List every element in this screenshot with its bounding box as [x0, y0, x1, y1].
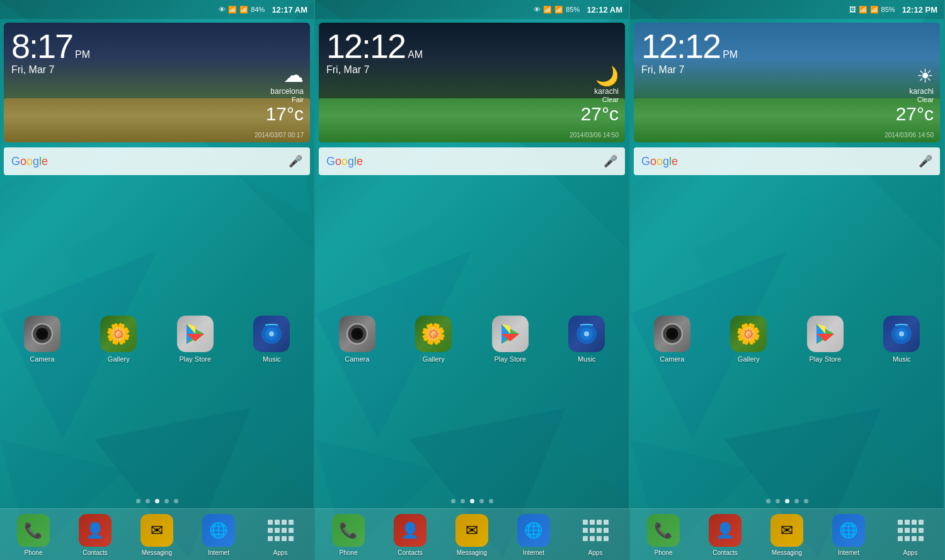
page-dots-1 [0, 494, 314, 508]
messaging-label-2: Messaging [457, 549, 487, 556]
svg-point-28 [584, 331, 589, 336]
dot-1-4[interactable] [164, 499, 169, 503]
search-bar-2[interactable]: Google 🎤 [319, 147, 625, 175]
contacts-icon-3: 👤 [709, 514, 742, 547]
search-bar-3[interactable]: Google 🎤 [634, 147, 940, 175]
dot-1-1[interactable] [136, 499, 140, 503]
search-bar-1[interactable]: Google 🎤 [4, 147, 310, 175]
music-label-3: Music [893, 355, 911, 363]
weather-content-3: 12:12 PM Fri, Mar 7 [634, 23, 940, 82]
dock-3: 📞 Phone 👤 Contacts ✉ Messaging 🌐 Interne… [630, 508, 944, 560]
dock-2: 📞 Phone 👤 Contacts ✉ Messaging 🌐 Interne… [315, 508, 629, 560]
app-music-2[interactable]: Music [553, 316, 621, 363]
dot-3-3[interactable] [785, 499, 789, 503]
dock-internet-3[interactable]: 🌐 Internet [821, 514, 876, 556]
dock-contacts-1[interactable]: 👤 Contacts [67, 514, 123, 556]
dock-apps-3[interactable]: Apps [883, 514, 938, 556]
weather-ampm-1: PM [75, 49, 90, 60]
app-camera-2[interactable]: Camera [323, 316, 391, 363]
dot-2-3[interactable] [470, 499, 474, 503]
camera-lens-1 [32, 323, 53, 345]
music-svg-3 [890, 323, 913, 345]
status-icons-3: 🖼 📶 📶 85% [849, 6, 895, 14]
gallery-icon-3: 🌼 [730, 316, 767, 352]
dock-messaging-1[interactable]: ✉ Messaging [129, 514, 185, 556]
status-time-1: 12:17 AM [272, 5, 307, 14]
app-camera-3[interactable]: Camera [638, 316, 706, 363]
weather-widget-1[interactable]: 8:17 PM Fri, Mar 7 ☁ barcelona Fair 17°c… [4, 23, 310, 142]
weather-widget-3[interactable]: 12:12 PM Fri, Mar 7 ☀ karachi Clear 27°c… [634, 23, 940, 142]
weather-temp-val-1: 17°c [266, 103, 304, 125]
dock-internet-1[interactable]: 🌐 Internet [191, 514, 246, 556]
weather-temp-val-2: 27°c [581, 103, 619, 125]
google-logo-3: Google [641, 155, 919, 168]
contacts-label-1: Contacts [83, 549, 107, 556]
mic-icon-1[interactable]: 🎤 [289, 154, 302, 168]
app-gallery-1[interactable]: 🌼 Gallery [85, 316, 152, 363]
playstore-icon-1 [177, 316, 214, 352]
dock-messaging-2[interactable]: ✉ Messaging [444, 514, 500, 556]
dot-3-5[interactable] [804, 499, 808, 503]
apps-icon-3 [894, 514, 927, 547]
weather-widget-2[interactable]: 12:12 AM Fri, Mar 7 🌙 karachi Clear 27°c… [319, 23, 625, 142]
weather-time-2: 12:12 [326, 29, 405, 63]
app-camera-1[interactable]: Camera [8, 316, 76, 363]
dot-2-2[interactable] [461, 499, 465, 503]
dot-2-1[interactable] [451, 499, 455, 503]
apps-label-2: Apps [588, 549, 603, 556]
dock-phone-1[interactable]: 📞 Phone [6, 514, 61, 556]
dock-internet-2[interactable]: 🌐 Internet [506, 514, 561, 556]
dot-3-2[interactable] [776, 499, 780, 503]
dock-messaging-3[interactable]: ✉ Messaging [759, 514, 815, 556]
apps-icon-2 [579, 514, 612, 547]
camera-icon-1 [24, 316, 60, 352]
dot-1-3[interactable] [155, 499, 159, 503]
dot-3-4[interactable] [794, 499, 799, 503]
gallery-label-3: Gallery [738, 355, 760, 363]
phone-screen-1: 👁 📶 📶 84% 12:17 AM 8:17 PM Fri, Mar 7 ☁ … [0, 0, 315, 560]
wifi-icon-3: 📶 [859, 6, 868, 14]
dock-apps-2[interactable]: Apps [568, 514, 623, 556]
weather-ampm-3: PM [723, 49, 738, 60]
img-icon-3: 🖼 [849, 6, 856, 13]
dock-apps-1[interactable]: Apps [253, 514, 308, 556]
dot-2-4[interactable] [479, 499, 484, 503]
mic-icon-3[interactable]: 🎤 [919, 154, 932, 168]
page-dots-2 [315, 494, 629, 508]
mic-icon-2[interactable]: 🎤 [604, 154, 617, 168]
status-icons-1: 👁 📶 📶 84% [219, 6, 265, 14]
app-gallery-3[interactable]: 🌼 Gallery [715, 316, 782, 363]
dot-1-5[interactable] [174, 499, 178, 503]
dot-2-5[interactable] [489, 499, 493, 503]
signal-icon-1: 📶 [239, 6, 248, 14]
status-bar-1: 👁 📶 📶 84% 12:17 AM [0, 0, 314, 19]
battery-text-3: 85% [881, 6, 895, 13]
messaging-icon-1: ✉ [140, 514, 173, 547]
signal-icon-3: 📶 [870, 6, 879, 14]
contacts-icon-2: 👤 [394, 514, 427, 547]
dock-contacts-2[interactable]: 👤 Contacts [382, 514, 438, 556]
gallery-label-2: Gallery [423, 355, 445, 363]
dock-phone-3[interactable]: 📞 Phone [636, 514, 691, 556]
music-svg-1 [260, 323, 283, 345]
camera-lens-2 [346, 323, 368, 345]
weather-time-3: 12:12 [641, 29, 720, 63]
wifi-icon-2: 📶 [543, 6, 552, 14]
dot-3-1[interactable] [766, 499, 770, 503]
camera-icon-2 [339, 316, 375, 352]
apps-grid-3: Camera 🌼 Gallery Play Store [630, 178, 944, 494]
status-icons-2: 👁 📶 📶 85% [534, 6, 580, 14]
app-gallery-2[interactable]: 🌼 Gallery [400, 316, 467, 363]
app-playstore-3[interactable]: Play Store [791, 316, 859, 363]
app-music-1[interactable]: Music [238, 316, 306, 363]
dock-phone-2[interactable]: 📞 Phone [321, 514, 376, 556]
messaging-icon-2: ✉ [455, 514, 488, 547]
phone-label-3: Phone [655, 549, 673, 556]
dot-1-2[interactable] [146, 499, 150, 503]
dock-contacts-3[interactable]: 👤 Contacts [697, 514, 753, 556]
app-playstore-2[interactable]: Play Store [476, 316, 544, 363]
battery-text-1: 84% [251, 6, 265, 13]
apps-label-1: Apps [273, 549, 288, 556]
app-music-3[interactable]: Music [868, 316, 936, 363]
app-playstore-1[interactable]: Play Store [161, 316, 229, 363]
